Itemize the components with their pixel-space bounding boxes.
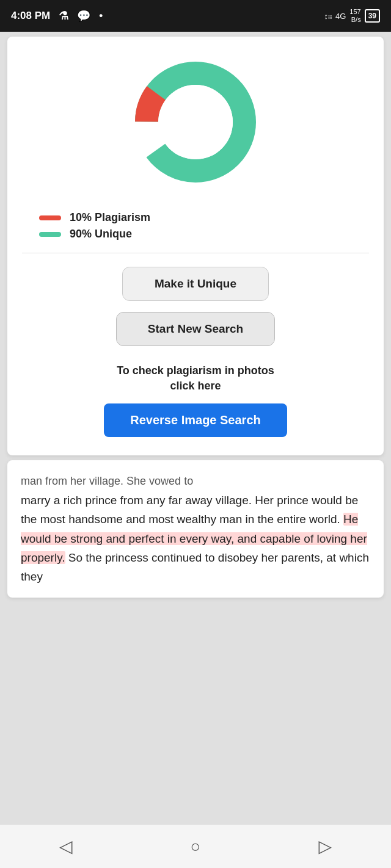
- bottom-navigation: ◁ ○ ◁: [0, 824, 391, 868]
- start-new-search-button[interactable]: Start New Search: [116, 312, 275, 346]
- status-right: ↕ᵢᵢᵢ 4G 157B/s 39: [324, 8, 380, 24]
- photo-plagiarism-prompt: To check plagiarism in photosclick here: [22, 363, 369, 394]
- signal-icon: ↕ᵢᵢᵢ: [324, 12, 332, 21]
- body-text: marry a rich prince from any far away vi…: [21, 494, 369, 583]
- chart-container: [22, 55, 369, 189]
- flask-icon: ⚗: [59, 9, 68, 23]
- text-content-card: man from her village. She vowed to marry…: [7, 460, 384, 597]
- back-button[interactable]: ◁: [59, 836, 73, 856]
- unique-label: 90% Unique: [70, 228, 132, 241]
- battery-indicator: 39: [365, 9, 380, 23]
- status-left: 4:08 PM ⚗ 💬 •: [11, 9, 103, 23]
- donut-hole: [158, 85, 233, 159]
- reverse-image-search-button[interactable]: Reverse Image Search: [104, 403, 287, 437]
- partial-first-line: man from her village. She vowed to: [21, 475, 193, 487]
- time-display: 4:08 PM: [11, 10, 50, 22]
- whatsapp-icon: 💬: [77, 9, 90, 23]
- chart-legend: 10% Plagiarism 90% Unique: [22, 211, 369, 241]
- donut-chart: [128, 55, 263, 189]
- unique-legend-item: 90% Unique: [39, 228, 369, 241]
- divider: [22, 253, 369, 253]
- results-card: 10% Plagiarism 90% Unique Make it Unique…: [7, 37, 384, 455]
- plagiarism-label: 10% Plagiarism: [70, 211, 150, 224]
- data-speed: 157B/s: [349, 8, 360, 24]
- recent-apps-button[interactable]: ◁: [318, 836, 332, 856]
- make-unique-button[interactable]: Make it Unique: [122, 267, 269, 301]
- plagiarism-color-bar: [39, 215, 61, 220]
- status-bar: 4:08 PM ⚗ 💬 • ↕ᵢᵢᵢ 4G 157B/s 39: [0, 0, 391, 32]
- highlighted-text: He would be strong and perfect in every …: [21, 513, 367, 564]
- plagiarism-legend-item: 10% Plagiarism: [39, 211, 369, 224]
- dot-icon: •: [99, 10, 103, 22]
- network-type: 4G: [335, 12, 346, 21]
- unique-color-bar: [39, 232, 61, 237]
- home-button[interactable]: ○: [191, 837, 201, 856]
